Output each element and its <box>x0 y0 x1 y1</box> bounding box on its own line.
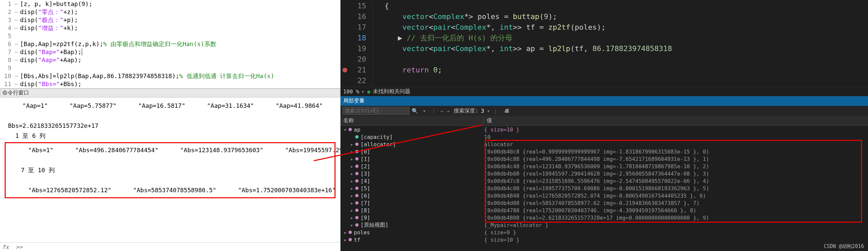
fx-prompt-bar[interactable]: fx >> <box>0 242 340 251</box>
matlab-panel: 1[z, p, k]=buttap(9);2disp("零点："+z);3dis… <box>0 0 341 251</box>
locals-row[interactable]: ▸[1](0x00db4c88 {real=496.28406777844498… <box>341 155 868 162</box>
line-number: 21 <box>349 65 373 75</box>
matlab-editor[interactable]: 1[z, p, k]=buttap(9);2disp("零点："+z);3dis… <box>0 0 340 89</box>
locals-row[interactable]: ▸[4](0x00db47c8 {real=2315851696.5596476… <box>341 177 868 185</box>
search-depth-value[interactable]: 3 <box>481 108 485 114</box>
editor-line[interactable]: 5 <box>0 32 340 40</box>
breakpoint-gutter[interactable] <box>341 75 349 86</box>
locals-row[interactable]: ▸[2](0x00db4c48 {real=123148.93796536009… <box>341 162 868 170</box>
editor-line[interactable]: 2disp("零点："+z); <box>0 8 340 16</box>
editor-line[interactable]: 4disp("增益："+k); <box>0 24 340 32</box>
locals-row[interactable]: ▸[5](0x00db4c08 {real=199577375709.69086… <box>341 185 868 192</box>
expand-icon[interactable]: ▸ <box>349 215 354 221</box>
code-content: disp("Bbs="+Bbs); <box>15 80 340 88</box>
locals-search-input[interactable] <box>343 107 409 115</box>
cpp-line[interactable]: 15{ <box>341 1 868 11</box>
col-name-header[interactable]: 名称 <box>341 116 484 125</box>
bullet-icon <box>348 128 352 131</box>
locals-row[interactable]: [capacity]10 <box>341 133 868 140</box>
nav-prev-icon[interactable]: ← <box>441 108 444 114</box>
breakpoint-gutter[interactable] <box>341 54 349 65</box>
line-number: 4 <box>0 24 15 32</box>
locals-row[interactable]: ▸[原始视图]{_Mypair=allocator } <box>341 221 868 229</box>
var-name-cell: ▸[5] <box>341 185 484 192</box>
cpp-line[interactable]: 16 vector<Complex*> poles = buttap(9); <box>341 11 868 22</box>
locals-row[interactable]: ▸[allocator]allocator <box>341 140 868 148</box>
col-value-header[interactable]: 值 <box>484 116 868 125</box>
locals-row[interactable]: ▾ap{ size=10 } <box>341 126 868 133</box>
cpp-line[interactable]: 21 return 0; <box>341 65 868 75</box>
expand-icon[interactable]: ▸ <box>343 237 348 243</box>
locals-row[interactable]: ▸poles{ size=9 } <box>341 229 868 236</box>
breakpoint-gutter[interactable] <box>341 1 349 11</box>
var-name: [allocator] <box>361 141 396 148</box>
editor-line[interactable]: 6[Bap,Aap]=zp2tf(z,p,k);% 由零极点和增益确定归一化Ha… <box>0 40 340 48</box>
blank <box>8 155 333 165</box>
expand-icon[interactable]: ▸ <box>349 178 354 184</box>
expand-icon[interactable]: ▸ <box>349 200 354 206</box>
locals-row[interactable]: ▸[9](0x00db4808 {real=2.6218332651577328… <box>341 214 868 221</box>
cols-label: 1 至 6 列 <box>2 131 338 141</box>
search-dropdown-icon[interactable]: ▾ <box>421 107 428 115</box>
expand-icon[interactable]: ▸ <box>349 170 354 177</box>
locals-row[interactable]: ▸[8](0x00db4788 {real=17520007030403746.… <box>341 207 868 214</box>
expand-icon[interactable]: ▸ <box>349 141 354 148</box>
locals-row[interactable]: ▸[7](0x00db4d08 {real=585374078558977.62… <box>341 199 868 207</box>
breakpoint-gutter[interactable] <box>341 11 349 22</box>
expand-icon[interactable]: ▾ <box>343 126 348 133</box>
var-value-cell: (0x00db4b08 {real=19945597.290414628 img… <box>484 170 868 177</box>
expand-icon[interactable]: ▸ <box>349 207 354 214</box>
expand-icon[interactable]: ▸ <box>349 149 354 155</box>
breakpoint-gutter[interactable] <box>341 22 349 33</box>
expand-icon[interactable]: ▸ <box>349 163 354 169</box>
editor-line[interactable]: 3disp("极点："+p); <box>0 16 340 24</box>
code-content: [z, p, k]=buttap(9); <box>15 0 340 8</box>
bullet-icon <box>355 209 359 212</box>
cpp-editor[interactable]: 15{16 vector<Complex*> poles = buttap(9)… <box>341 0 868 87</box>
locals-row[interactable]: ▸tf{ size=10 } <box>341 236 868 243</box>
cpp-line[interactable]: 19 vector<pair<Complex*, int>> ap = lp2l… <box>341 43 868 54</box>
editor-line[interactable]: 1[z, p, k]=buttap(9); <box>0 0 340 8</box>
editor-line[interactable]: 7disp("Bap="+Bap); <box>0 48 340 56</box>
cpp-line[interactable]: 22 <box>341 75 868 86</box>
var-name-cell: ▸[3] <box>341 170 484 177</box>
depth-dropdown-icon[interactable]: ▾ <box>487 108 490 114</box>
var-name: [8] <box>361 207 370 214</box>
var-value-cell: (0x00db4c08 {real=199577375709.69086 img… <box>484 185 868 192</box>
var-value-cell: allocator <box>484 141 868 148</box>
expand-icon[interactable]: ▸ <box>343 229 348 236</box>
editor-line[interactable]: 8disp("Aap="+Aap); <box>0 56 340 64</box>
search-icon[interactable]: 🔍 <box>411 107 418 115</box>
breakpoint-gutter[interactable] <box>341 33 349 43</box>
zoom-level[interactable]: 100 % <box>343 89 359 95</box>
filter-icon[interactable]: ⛘ <box>503 107 510 115</box>
expand-icon[interactable]: ▸ <box>349 222 354 228</box>
var-name-cell: ▸[1] <box>341 156 484 162</box>
editor-line[interactable]: 10[Bbs,Abs]=lp2lp(Bap,Aap,86.17882397485… <box>0 72 340 80</box>
expand-icon[interactable]: ▸ <box>349 185 354 192</box>
editor-line[interactable]: 11disp("Bbs="+Bbs); <box>0 80 340 88</box>
locals-row[interactable]: ▸[6](0x00db4848 {real=12765820572852.074… <box>341 192 868 199</box>
editor-line[interactable]: 9 <box>0 64 340 72</box>
locals-row[interactable]: ▸[0](0x00db40c8 {real=0.9999999999999967… <box>341 148 868 155</box>
expand-icon[interactable]: ▸ <box>349 156 354 162</box>
var-name: [1] <box>361 156 370 162</box>
var-value-cell: { size=10 } <box>484 237 868 243</box>
locals-tree[interactable]: ▾ap{ size=10 } [capacity]10▸[allocator]a… <box>341 126 868 251</box>
command-window-title: 命令行窗口 <box>0 89 340 97</box>
breakpoint-gutter[interactable] <box>341 43 349 54</box>
expand-icon[interactable]: ▸ <box>349 193 354 199</box>
cpp-line[interactable]: 17 vector<pair<Complex*, int>> tf = zp2t… <box>341 22 868 33</box>
cpp-line[interactable]: 18 ▶ // 去归一化后的 H(s) 的分母 <box>341 33 868 43</box>
abs-row-2: "Abs=12765820572852.12" "Abs=58537407855… <box>8 185 333 195</box>
cpp-line[interactable]: 20 <box>341 54 868 65</box>
code-content: disp("极点："+p); <box>15 16 340 24</box>
breakpoint-icon[interactable] <box>343 68 347 72</box>
expand-icon[interactable] <box>349 134 354 140</box>
nav-next-icon[interactable]: → <box>446 108 450 114</box>
breakpoint-gutter[interactable] <box>341 65 349 75</box>
command-window[interactable]: "Aap=1" "Aap=5.75877" "Aap=16.5817" "Aap… <box>0 97 340 242</box>
line-number: 17 <box>349 22 373 33</box>
var-name: tf <box>354 237 360 243</box>
locals-row[interactable]: ▸[3](0x00db4b08 {real=19945597.290414628… <box>341 170 868 177</box>
